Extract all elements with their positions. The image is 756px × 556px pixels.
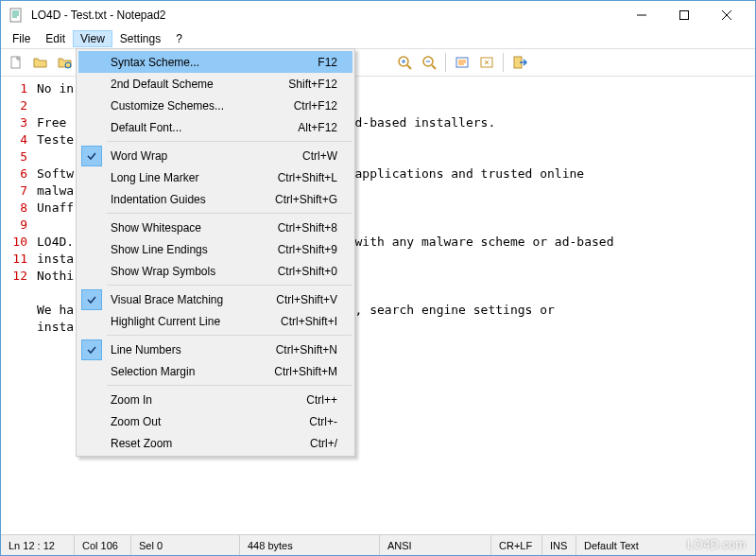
status-filesize: 448 bytes — [240, 535, 380, 555]
menu-item-shortcut: Ctrl+Shift+9 — [278, 243, 352, 256]
menu-edit[interactable]: Edit — [38, 30, 73, 47]
statusbar: Ln 12 : 12 Col 106 Sel 0 448 bytes ANSI … — [1, 534, 755, 555]
menu-file[interactable]: File — [5, 30, 38, 47]
menu-item-label: Default Font... — [105, 121, 298, 134]
window-title: LO4D - Test.txt - Notepad2 — [31, 9, 620, 22]
menu-item-shortcut: Ctrl+Shift+L — [278, 171, 352, 184]
menubar: File Edit View Settings ? — [1, 29, 755, 48]
menu-item-shortcut: Ctrl+Shift+I — [281, 315, 352, 328]
scheme-button[interactable] — [451, 51, 473, 74]
maximize-button[interactable] — [662, 1, 705, 29]
svg-line-15 — [407, 65, 411, 69]
status-line[interactable]: Ln 12 : 12 — [1, 535, 75, 555]
close-button[interactable] — [705, 1, 747, 29]
menu-item-shortcut: Ctrl+Shift+N — [276, 343, 352, 356]
status-column: Col 106 — [75, 535, 131, 555]
menu-separator — [107, 141, 352, 142]
browse-button[interactable] — [54, 51, 77, 74]
menu-item-label: Show Line Endings — [105, 243, 278, 256]
svg-rect-6 — [679, 11, 688, 20]
new-file-button[interactable] — [5, 51, 27, 74]
checkmark-icon — [81, 289, 102, 310]
menu-item-label: Long Line Marker — [105, 171, 278, 184]
menu-item-zoom-out[interactable]: Zoom OutCtrl+- — [78, 410, 352, 432]
menu-item-show-line-endings[interactable]: Show Line EndingsCtrl+Shift+9 — [78, 238, 352, 260]
customize-button[interactable] — [475, 51, 498, 74]
menu-item-shortcut: Ctrl+- — [309, 415, 352, 428]
menu-separator — [107, 335, 352, 336]
menu-item-shortcut: Ctrl+/ — [310, 437, 352, 450]
exit-button[interactable] — [508, 51, 531, 74]
toolbar-separator — [445, 53, 446, 72]
menu-item-label: Selection Margin — [105, 365, 274, 378]
status-encoding[interactable]: ANSI — [380, 535, 491, 555]
menu-item-label: Zoom In — [105, 393, 306, 407]
menu-separator — [107, 385, 352, 386]
app-icon — [9, 8, 24, 23]
window-controls — [620, 1, 747, 29]
line-number-gutter: 123456789101112 — [1, 77, 31, 534]
menu-view[interactable]: View — [73, 30, 112, 47]
menu-item-selection-margin[interactable]: Selection MarginCtrl+Shift+M — [78, 360, 352, 382]
minimize-button[interactable] — [620, 1, 662, 29]
menu-separator — [107, 213, 352, 214]
menu-item-shortcut: Ctrl+W — [302, 149, 352, 163]
zoom-in-button[interactable] — [393, 51, 416, 74]
menu-item-label: Syntax Scheme... — [105, 56, 318, 69]
svg-line-19 — [432, 65, 436, 69]
menu-item-reset-zoom[interactable]: Reset ZoomCtrl+/ — [78, 432, 352, 454]
menu-item-syntax-scheme[interactable]: Syntax Scheme...F12 — [78, 51, 352, 73]
menu-item-shortcut: F12 — [318, 56, 352, 69]
menu-item-shortcut: Ctrl++ — [306, 393, 352, 407]
menu-item-line-numbers[interactable]: Line NumbersCtrl+Shift+N — [78, 339, 352, 360]
menu-item-label: Word Wrap — [105, 149, 302, 163]
menu-item-show-whitespace[interactable]: Show WhitespaceCtrl+Shift+8 — [78, 217, 352, 238]
menu-item-label: 2nd Default Scheme — [105, 78, 288, 91]
menu-item-shortcut: Ctrl+Shift+V — [276, 293, 352, 306]
menu-settings[interactable]: Settings — [112, 30, 168, 47]
menu-item-label: Visual Brace Matching — [105, 293, 276, 306]
menu-item-shortcut: Ctrl+Shift+8 — [278, 221, 352, 235]
watermark: LO4D.com — [687, 537, 746, 551]
menu-help[interactable]: ? — [168, 30, 190, 47]
menu-separator — [107, 285, 352, 286]
menu-item-show-wrap-symbols[interactable]: Show Wrap SymbolsCtrl+Shift+0 — [78, 260, 352, 282]
menu-item-shortcut: Shift+F12 — [288, 78, 352, 91]
menu-item-label: Show Whitespace — [105, 221, 278, 235]
status-selection: Sel 0 — [131, 535, 240, 555]
menu-item-label: Line Numbers — [105, 343, 276, 356]
checkmark-icon — [81, 146, 102, 166]
menu-item-2nd-default-scheme[interactable]: 2nd Default SchemeShift+F12 — [78, 73, 352, 95]
menu-item-label: Zoom Out — [105, 415, 309, 428]
status-eol[interactable]: CR+LF — [491, 535, 542, 555]
toolbar-separator — [503, 53, 504, 72]
menu-item-word-wrap[interactable]: Word WrapCtrl+W — [78, 145, 352, 166]
menu-item-label: Indentation Guides — [105, 193, 275, 206]
view-menu-dropdown: Syntax Scheme...F122nd Default SchemeShi… — [76, 48, 355, 457]
checkmark-icon — [81, 339, 102, 360]
menu-item-shortcut: Ctrl+Shift+G — [275, 193, 352, 206]
menu-item-shortcut: Ctrl+Shift+M — [274, 365, 352, 378]
menu-item-long-line-marker[interactable]: Long Line MarkerCtrl+Shift+L — [78, 166, 352, 188]
menu-item-shortcut: Ctrl+F12 — [294, 99, 352, 113]
menu-item-label: Highlight Current Line — [105, 315, 281, 328]
menu-item-shortcut: Ctrl+Shift+0 — [278, 265, 352, 278]
menu-item-highlight-current-line[interactable]: Highlight Current LineCtrl+Shift+I — [78, 310, 352, 332]
open-file-button[interactable] — [29, 51, 52, 74]
menu-item-shortcut: Alt+F12 — [298, 121, 352, 134]
menu-item-visual-brace-matching[interactable]: Visual Brace MatchingCtrl+Shift+V — [78, 288, 352, 310]
menu-item-label: Reset Zoom — [105, 437, 310, 450]
status-insertmode[interactable]: INS — [542, 535, 576, 555]
menu-item-zoom-in[interactable]: Zoom InCtrl++ — [78, 389, 352, 410]
menu-item-indentation-guides[interactable]: Indentation GuidesCtrl+Shift+G — [78, 188, 352, 210]
menu-item-default-font[interactable]: Default Font...Alt+F12 — [78, 116, 352, 138]
menu-item-label: Show Wrap Symbols — [105, 265, 278, 278]
menu-item-customize-schemes[interactable]: Customize Schemes...Ctrl+F12 — [78, 95, 352, 116]
menu-item-label: Customize Schemes... — [105, 99, 294, 113]
zoom-out-button[interactable] — [418, 51, 440, 74]
titlebar: LO4D - Test.txt - Notepad2 — [1, 1, 755, 29]
